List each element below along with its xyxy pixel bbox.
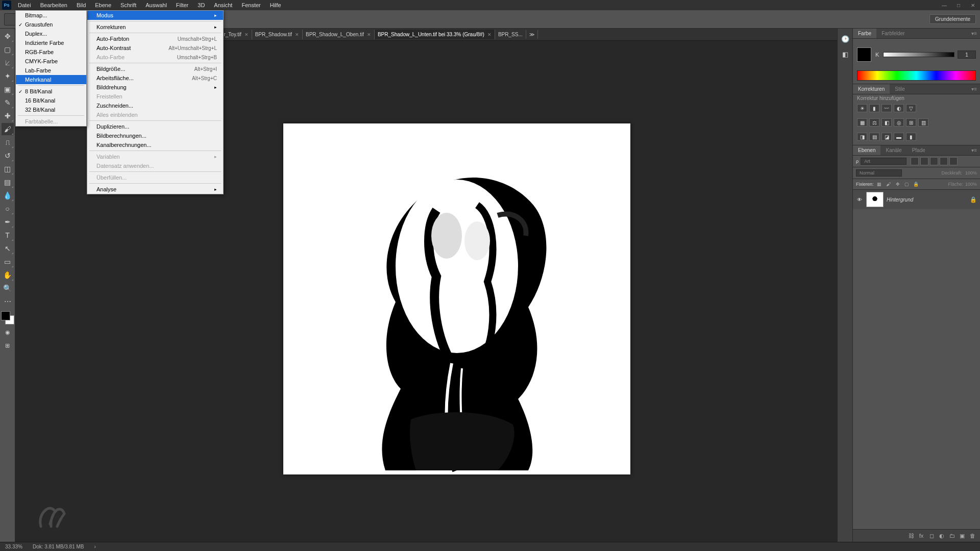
- menu-ansicht[interactable]: Ansicht: [209, 1, 237, 10]
- path-tool[interactable]: ↖: [2, 242, 14, 255]
- lock-artboard-icon[interactable]: ▢: [903, 181, 911, 188]
- selectivecolor-icon[interactable]: ▮: [906, 133, 916, 141]
- layer-visibility-icon[interactable]: 👁: [856, 196, 863, 203]
- curves-icon[interactable]: 〰: [881, 104, 892, 112]
- current-tool-icon[interactable]: [4, 13, 16, 26]
- threshold-icon[interactable]: ◪: [881, 133, 892, 141]
- submenu-item-rgb[interactable]: RGB-Farbe: [16, 47, 86, 57]
- menu-item-kanalberechnungen[interactable]: Kanalberechnungen...: [87, 140, 223, 149]
- menu-item-bildgroesse[interactable]: Bildgröße...Alt+Strg+I: [87, 64, 223, 73]
- layer-mask-icon[interactable]: ◻: [927, 532, 936, 540]
- menu-ebene[interactable]: Ebene: [90, 1, 116, 10]
- document-info[interactable]: Dok: 3.81 MB/3.81 MB: [33, 544, 84, 549]
- menu-bild[interactable]: Bild: [72, 1, 90, 10]
- canvas[interactable]: [283, 123, 630, 474]
- layer-thumbnail[interactable]: [866, 192, 884, 207]
- quickmask-toggle[interactable]: ◉: [3, 327, 13, 338]
- document-tab[interactable]: BPR_Shadow.tif✕: [252, 30, 303, 39]
- tab-close-icon[interactable]: ✕: [367, 32, 371, 37]
- document-tab[interactable]: BPR_Shadow_L_Oben.tif✕: [303, 30, 375, 39]
- close-button[interactable]: ✕: [966, 0, 980, 10]
- lock-all-icon[interactable]: 🔒: [913, 181, 920, 188]
- panel-menu-icon[interactable]: ▾≡: [968, 30, 980, 37]
- crop-tool[interactable]: ▣: [2, 83, 14, 95]
- screenmode-toggle[interactable]: ⊞: [3, 340, 13, 351]
- menu-item-bilddrehung[interactable]: Bilddrehung: [87, 83, 223, 92]
- posterize-icon[interactable]: ▤: [869, 133, 879, 141]
- marquee-tool[interactable]: ▢: [2, 43, 14, 56]
- minimize-button[interactable]: —: [937, 0, 951, 10]
- color-spectrum[interactable]: [857, 70, 976, 81]
- wand-tool[interactable]: ✦: [2, 70, 14, 82]
- submenu-item-bitmap[interactable]: Bitmap...: [16, 11, 86, 20]
- submenu-item-lab[interactable]: Lab-Farbe: [16, 66, 86, 75]
- tab-farbe[interactable]: Farbe: [853, 29, 876, 38]
- history-panel-icon[interactable]: 🕑: [839, 33, 851, 45]
- submenu-item-8bit[interactable]: ✓8 Bit/Kanal: [16, 87, 86, 96]
- tab-close-icon[interactable]: ✕: [244, 32, 249, 37]
- k-slider-track[interactable]: [883, 52, 954, 57]
- tab-korrekturen[interactable]: Korrekturen: [853, 84, 890, 94]
- menu-fenster[interactable]: Fenster: [237, 1, 265, 10]
- bw-icon[interactable]: ◧: [881, 118, 892, 127]
- zoom-tool[interactable]: 🔍: [2, 282, 14, 294]
- tab-kanaele[interactable]: Kanäle: [880, 145, 906, 155]
- lock-pixels-icon[interactable]: 🖌: [885, 181, 892, 188]
- filter-pixel-icon[interactable]: [911, 157, 919, 165]
- submenu-item-mehrkanal[interactable]: Mehrkanal: [16, 75, 86, 84]
- fill-value[interactable]: 100%: [965, 182, 977, 187]
- menu-item-auto-kontrast[interactable]: Auto-KontrastAlt+Umschalt+Strg+L: [87, 43, 223, 53]
- menu-item-auto-farbton[interactable]: Auto-FarbtonUmschalt+Strg+L: [87, 34, 223, 43]
- submenu-item-cmyk[interactable]: CMYK-Farbe: [16, 57, 86, 66]
- brightness-icon[interactable]: ☀: [857, 104, 867, 112]
- edit-toolbar[interactable]: ⋯: [2, 295, 14, 308]
- colorlookup-icon[interactable]: ▥: [918, 118, 928, 127]
- photofilter-icon[interactable]: ◎: [894, 118, 904, 127]
- submenu-item-32bit[interactable]: 32 Bit/Kanal: [16, 105, 86, 114]
- menu-item-arbeitsflaeche[interactable]: Arbeitsfläche...Alt+Strg+C: [87, 73, 223, 83]
- submenu-item-indizierte[interactable]: Indizierte Farbe: [16, 38, 86, 47]
- pen-tool[interactable]: ✒: [2, 216, 14, 228]
- lock-transparency-icon[interactable]: ▦: [876, 181, 883, 188]
- gradientmap-icon[interactable]: ▬: [894, 133, 904, 141]
- menu-item-bildberechnungen[interactable]: Bildberechnungen...: [87, 131, 223, 140]
- properties-panel-icon[interactable]: ◧: [839, 48, 851, 60]
- eyedropper-tool[interactable]: ✎: [2, 96, 14, 109]
- shape-tool[interactable]: ▭: [2, 256, 14, 268]
- menu-item-duplizieren[interactable]: Duplizieren...: [87, 122, 223, 131]
- tabs-overflow-icon[interactable]: ≫: [526, 30, 538, 39]
- menu-filter[interactable]: Filter: [172, 1, 193, 10]
- move-tool[interactable]: ✥: [2, 30, 14, 42]
- blur-tool[interactable]: 💧: [2, 189, 14, 202]
- menu-item-zuschneiden[interactable]: Zuschneiden...: [87, 101, 223, 110]
- tab-pfade[interactable]: Pfade: [907, 145, 930, 155]
- vibrance-icon[interactable]: ▽: [906, 104, 916, 112]
- document-tab[interactable]: BPR_SS...: [495, 30, 526, 39]
- layer-filter-type[interactable]: Art: [861, 158, 906, 165]
- menu-hilfe[interactable]: Hilfe: [265, 1, 286, 10]
- tab-close-icon[interactable]: ✕: [295, 32, 299, 37]
- layer-style-icon[interactable]: fx: [917, 532, 926, 540]
- foreground-color[interactable]: [1, 311, 10, 320]
- submenu-item-duplex[interactable]: Duplex...: [16, 29, 86, 38]
- submenu-item-16bit[interactable]: 16 Bit/Kanal: [16, 96, 86, 105]
- invert-icon[interactable]: ◨: [857, 133, 867, 141]
- menu-item-korrekturen[interactable]: Korrekturen: [87, 22, 223, 32]
- menu-schrift[interactable]: Schrift: [116, 1, 141, 10]
- menu-auswahl[interactable]: Auswahl: [141, 1, 172, 10]
- exposure-icon[interactable]: ◐: [894, 104, 904, 112]
- maximize-button[interactable]: □: [951, 0, 966, 10]
- submenu-item-graustufen[interactable]: ✓Graustufen: [16, 20, 86, 29]
- tab-farbfelder[interactable]: Farbfelder: [876, 29, 910, 38]
- blend-mode-select[interactable]: Normal: [856, 169, 902, 177]
- link-layers-icon[interactable]: ⛓: [906, 532, 916, 540]
- tab-stile[interactable]: Stile: [890, 84, 910, 94]
- levels-icon[interactable]: ▮: [869, 104, 879, 112]
- panel-menu-icon[interactable]: ▾≡: [968, 85, 980, 93]
- lock-position-icon[interactable]: ✥: [894, 181, 901, 188]
- gradient-tool[interactable]: ▤: [2, 176, 14, 188]
- hand-tool[interactable]: ✋: [2, 269, 14, 281]
- k-value-input[interactable]: 1: [958, 51, 976, 59]
- new-group-icon[interactable]: 🗀: [947, 532, 957, 540]
- menu-datei[interactable]: Datei: [13, 1, 36, 10]
